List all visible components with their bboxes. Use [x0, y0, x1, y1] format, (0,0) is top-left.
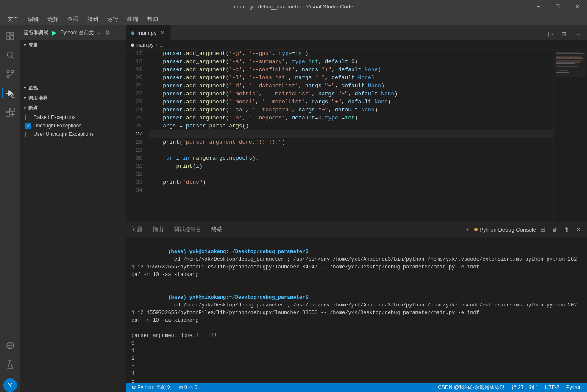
- restore-button[interactable]: ❐: [548, 0, 568, 13]
- tab-terminal-label: 终端: [211, 226, 223, 233]
- term-user-1: (base) yxk@xiaokang:~/Desktop/debug_para…: [168, 249, 308, 255]
- code-line-33: print("done"): [150, 178, 553, 186]
- menu-goto[interactable]: 转到: [84, 14, 102, 24]
- tab-close-btn[interactable]: ✕: [159, 28, 166, 37]
- debug-config-label[interactable]: Python: 当前文: [60, 29, 94, 36]
- terminal-output-2: 2: [131, 355, 582, 362]
- call-stack-section: ▾ 调用堆栈: [20, 93, 126, 103]
- code-line-24: parser.add_argument('-aa', '--testpara',…: [150, 106, 553, 114]
- breadcrumb-separator: ›: [156, 42, 157, 48]
- breakpoint-uncaught: ✓ Uncaught Exceptions: [20, 121, 126, 130]
- svg-point-7: [11, 70, 14, 73]
- breadcrumb: ◆ main.py › ...: [126, 40, 587, 50]
- menu-terminal[interactable]: 终端: [124, 14, 142, 24]
- window-title: main.py - debug_parameter - Visual Studi…: [234, 3, 353, 10]
- tab-filename: main.py: [137, 30, 157, 36]
- python-debug-console-label: Python Debug Console: [479, 226, 536, 233]
- add-terminal-btn[interactable]: ＋: [462, 224, 473, 235]
- code-line-28: print("parser argument done.!!!!!!!"): [150, 138, 553, 146]
- svg-point-6: [7, 70, 9, 73]
- close-panel-btn[interactable]: ✕: [573, 224, 584, 235]
- debug-icon[interactable]: [2, 85, 19, 102]
- tab-output[interactable]: 输出: [147, 222, 169, 237]
- menu-bar: 文件 编辑 选择 查看 转到 运行 终端 帮助: [0, 13, 587, 25]
- call-stack-section-title[interactable]: ▾ 调用堆栈: [20, 93, 126, 103]
- code-line-19: parser.add_argument('-c', '--configList'…: [150, 66, 553, 74]
- terminal-output-5: 5: [131, 378, 582, 383]
- source-control-icon[interactable]: [2, 66, 19, 83]
- status-language[interactable]: Python: [565, 384, 584, 390]
- breakpoint-raised: Raised Exceptions: [20, 113, 126, 121]
- status-line[interactable]: 行 27，列 1: [510, 384, 540, 391]
- editor-container: 17 18 19 20 21 22 23 24 25 26 27 28: [126, 50, 587, 383]
- status-debug[interactable]: ⚙ Python: 当前文: [130, 383, 173, 392]
- language-label: Python: [566, 384, 582, 390]
- warnings-count: 0: [195, 384, 198, 390]
- svg-point-8: [7, 75, 9, 78]
- debug-settings-btn[interactable]: ⚙: [105, 29, 111, 36]
- test-icon[interactable]: [2, 356, 19, 373]
- term-user-2: (base) yxk@xiaokang:~/Desktop/debug_para…: [168, 295, 308, 301]
- menu-help[interactable]: 帮助: [144, 14, 161, 24]
- debug-config-chevron[interactable]: ⌄: [97, 30, 101, 35]
- menu-view[interactable]: 查看: [64, 14, 82, 24]
- sidebar: 运行和调试 ▶ Python: 当前文 ⌄ ⚙ ··· ▾ 变量 ▾ 监视: [20, 25, 126, 392]
- close-button[interactable]: ✕: [568, 0, 587, 13]
- avatar[interactable]: Y: [3, 378, 17, 392]
- terminal-tab-actions: ＋ Python Debug Console ⊟ 🗑 ⬆ ✕: [462, 224, 587, 235]
- code-editor[interactable]: 17 18 19 20 21 22 23 24 25 26 27 28: [126, 50, 587, 222]
- terminal-content[interactable]: (base) yxk@xiaokang:~/Desktop/debug_para…: [126, 237, 587, 383]
- maximize-panel-btn[interactable]: ⬆: [562, 224, 572, 235]
- watch-section: ▾ 监视: [20, 83, 126, 93]
- terminal-output-4: 4: [131, 370, 582, 378]
- trash-terminal-btn[interactable]: 🗑: [550, 224, 560, 235]
- variables-section-title[interactable]: ▾ 变量: [20, 40, 126, 50]
- breakpoints-chevron: ▾: [24, 106, 26, 110]
- terminal-panel: 问题 输出 调试控制台 终端 ＋ Pytho: [126, 222, 587, 383]
- raised-exceptions-label: Raised Exceptions: [33, 114, 75, 120]
- menu-file[interactable]: 文件: [4, 14, 22, 24]
- breadcrumb-section[interactable]: ...: [159, 42, 164, 48]
- tab-main-py[interactable]: ◆ main.py ✕: [126, 25, 171, 40]
- code-line-18: parser.add_argument('-s', '--summary', t…: [150, 58, 553, 66]
- minimap: [553, 50, 587, 222]
- run-debug-label: 运行和调试: [24, 30, 49, 36]
- menu-edit[interactable]: 编辑: [24, 14, 42, 24]
- status-watermark: CSDN @我的心永远是冰冰哒: [436, 384, 506, 391]
- terminal-line-3: parser argument done.!!!!!!!: [131, 332, 582, 340]
- extensions-icon[interactable]: [2, 104, 19, 121]
- terminal-line-2: (base) yxk@xiaokang:~/Desktop/debug_para…: [131, 286, 582, 332]
- uncaught-exceptions-checkbox[interactable]: ✓: [25, 123, 31, 129]
- minimize-button[interactable]: ─: [529, 0, 548, 13]
- watch-section-title[interactable]: ▾ 监视: [20, 83, 126, 93]
- breakpoints-section-title[interactable]: ▾ 断点: [20, 103, 126, 113]
- errors-icon: ⊗: [179, 384, 183, 390]
- split-terminal-btn[interactable]: ⊟: [538, 224, 548, 235]
- menu-select[interactable]: 选择: [44, 14, 62, 24]
- breadcrumb-file[interactable]: ◆ main.py: [131, 42, 153, 48]
- raised-exceptions-checkbox[interactable]: [25, 115, 31, 120]
- explorer-icon[interactable]: [2, 28, 19, 44]
- status-encoding[interactable]: UTF-8: [543, 384, 561, 390]
- svg-line-5: [12, 57, 14, 59]
- menu-run[interactable]: 运行: [104, 14, 122, 24]
- tab-terminal[interactable]: 终端: [206, 222, 228, 237]
- code-line-27: [150, 130, 553, 138]
- watch-label: 监视: [28, 85, 38, 91]
- debug-more-btn[interactable]: ···: [114, 29, 119, 36]
- more-actions-btn[interactable]: ···: [572, 28, 584, 40]
- tab-debug-console[interactable]: 调试控制台: [169, 222, 206, 237]
- search-icon[interactable]: [2, 47, 19, 63]
- svg-line-12: [14, 97, 14, 98]
- code-line-29: [150, 146, 553, 154]
- debug-run-btn[interactable]: ▷: [545, 28, 556, 40]
- debug-play-btn[interactable]: ▶: [52, 29, 57, 36]
- status-errors[interactable]: ⊗ 0 ⚠ 0: [177, 383, 199, 392]
- breakpoint-user-uncaught: User Uncaught Exceptions: [20, 130, 126, 138]
- split-editor-btn[interactable]: ⊞: [558, 28, 570, 40]
- user-uncaught-exceptions-checkbox[interactable]: [25, 132, 31, 137]
- watch-chevron: ▾: [24, 86, 26, 90]
- remote-icon[interactable]: [2, 337, 19, 354]
- svg-rect-0: [7, 32, 10, 36]
- tab-problems[interactable]: 问题: [126, 222, 147, 237]
